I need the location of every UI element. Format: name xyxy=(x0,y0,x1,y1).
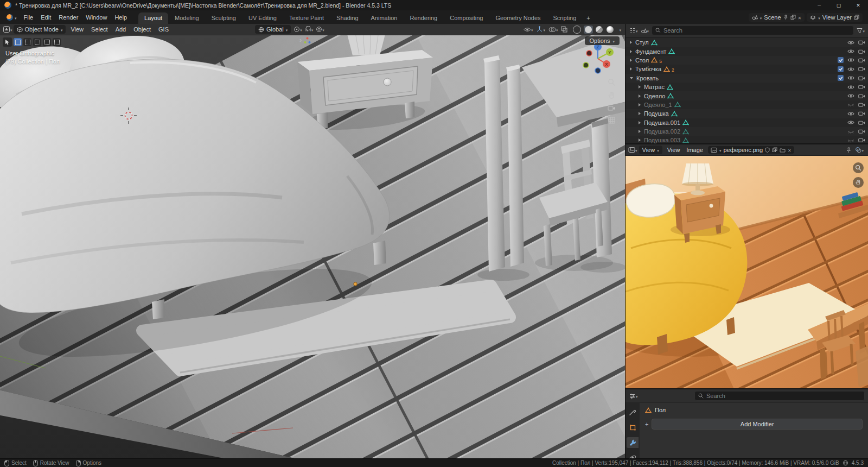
expand-arrow-icon[interactable] xyxy=(630,77,633,79)
workspace-tab-animation[interactable]: Animation xyxy=(365,12,404,24)
expand-arrow-icon[interactable] xyxy=(639,103,641,106)
image-menu-image[interactable]: Image xyxy=(683,146,706,154)
viewport-menu-view[interactable]: View xyxy=(67,25,87,34)
properties-tab-tool[interactable] xyxy=(627,407,639,418)
workspace-tab-texture-paint[interactable]: Texture Paint xyxy=(283,12,330,24)
editor-type-button[interactable] xyxy=(3,26,12,33)
scene-canvas[interactable] xyxy=(0,35,625,459)
image-mode-dropdown[interactable]: View xyxy=(639,146,662,154)
toggle-view-icon[interactable] xyxy=(608,116,616,124)
viewport-menu-object[interactable]: Object xyxy=(130,25,155,34)
outliner-row[interactable]: Подушка.001 xyxy=(626,118,868,127)
outliner-row[interactable]: Подушка xyxy=(626,109,868,118)
pan-hand-icon[interactable] xyxy=(853,177,864,188)
pin-icon[interactable] xyxy=(846,147,851,153)
active-tool-button[interactable] xyxy=(3,37,12,47)
expand-arrow-icon[interactable] xyxy=(639,138,641,142)
outliner-row[interactable]: Стол5 xyxy=(626,56,868,65)
disable-in-renders-toggle[interactable] xyxy=(858,102,865,108)
select-mode-new[interactable] xyxy=(14,38,22,46)
viewport-menu-add[interactable]: Add xyxy=(112,25,130,34)
zoom-icon[interactable] xyxy=(853,162,864,173)
hide-in-viewport-toggle[interactable] xyxy=(847,137,854,143)
viewport-menu-select[interactable]: Select xyxy=(87,25,112,34)
expand-arrow-icon[interactable] xyxy=(639,112,641,115)
add-workspace-button[interactable]: + xyxy=(583,12,593,24)
select-mode-intersect[interactable] xyxy=(53,38,61,46)
view-layer-selector[interactable]: View Layer xyxy=(807,13,863,22)
3d-viewport[interactable]: Object Mode ViewSelectAddObjectGIS Globa… xyxy=(0,24,626,459)
disable-in-renders-toggle[interactable] xyxy=(858,49,865,54)
unlink-icon[interactable] xyxy=(798,14,802,21)
hide-in-viewport-toggle[interactable] xyxy=(847,48,854,54)
expand-arrow-icon[interactable] xyxy=(299,36,302,44)
copy-icon[interactable] xyxy=(790,15,796,20)
expand-arrow-icon[interactable] xyxy=(639,85,641,89)
hide-in-viewport-toggle[interactable] xyxy=(847,84,854,90)
xray-toggle[interactable] xyxy=(561,26,567,33)
shading-rendered-icon[interactable] xyxy=(605,26,615,34)
shading-material-icon[interactable] xyxy=(595,26,604,34)
shading-wireframe-icon[interactable] xyxy=(572,25,582,34)
properties-tab-object[interactable] xyxy=(627,422,639,433)
outliner-editor-button[interactable] xyxy=(629,27,638,34)
camera-icon[interactable] xyxy=(608,104,616,111)
expand-arrow-icon[interactable] xyxy=(639,94,641,98)
app-menu-button[interactable] xyxy=(3,13,20,22)
hand-icon[interactable] xyxy=(608,91,616,99)
outliner-row[interactable]: Подушка.002 xyxy=(626,127,868,136)
expand-arrow-icon[interactable] xyxy=(630,67,632,71)
mode-dropdown[interactable]: Object Mode xyxy=(14,25,66,34)
disable-in-renders-toggle[interactable] xyxy=(858,75,865,81)
expand-arrow-icon[interactable] xyxy=(630,41,632,44)
hide-in-viewport-toggle[interactable] xyxy=(847,119,854,125)
shading-solid-icon[interactable] xyxy=(584,26,593,34)
viewport-menu-gis[interactable]: GIS xyxy=(155,25,173,34)
orientation-dropdown[interactable]: Global xyxy=(255,25,291,34)
workspace-tab-geometry-nodes[interactable]: Geometry Nodes xyxy=(489,12,546,24)
disable-in-renders-toggle[interactable] xyxy=(858,129,865,134)
workspace-tab-layout[interactable]: Layout xyxy=(138,12,168,24)
hide-in-viewport-toggle[interactable] xyxy=(847,75,854,81)
overlays-dropdown[interactable] xyxy=(548,26,558,33)
axis-neg-z[interactable] xyxy=(595,68,601,73)
workspace-tab-scripting[interactable]: Scripting xyxy=(547,12,583,24)
menu-help[interactable]: Help xyxy=(111,13,131,22)
workspace-tab-rendering[interactable]: Rendering xyxy=(404,12,443,24)
expand-arrow-icon[interactable] xyxy=(639,121,641,124)
image-canvas[interactable] xyxy=(626,156,868,388)
properties-tab-modifiers[interactable] xyxy=(627,437,639,448)
display-mode-button[interactable] xyxy=(641,27,649,34)
axis-neg-y[interactable] xyxy=(583,62,589,68)
outliner-row[interactable]: Тумбочка2 xyxy=(626,65,868,73)
gizmos-dropdown[interactable] xyxy=(536,26,545,33)
add-modifier-button[interactable]: Add Modifier xyxy=(652,419,863,430)
pin-icon[interactable] xyxy=(783,15,788,20)
image-editor-type-button[interactable] xyxy=(628,147,637,153)
axis-neg-x[interactable] xyxy=(586,51,592,56)
object-visibility-dropdown[interactable] xyxy=(524,26,533,33)
open-folder-icon[interactable] xyxy=(780,148,786,153)
scene-selector[interactable]: Scene xyxy=(749,13,805,22)
snap-toggle[interactable] xyxy=(305,26,314,33)
image-datablock-selector[interactable]: референс.png xyxy=(708,146,794,154)
filter-button[interactable] xyxy=(857,27,865,34)
disable-in-renders-toggle[interactable] xyxy=(858,93,865,99)
navigation-gizmo[interactable]: Z Y X xyxy=(582,40,616,75)
copy-icon[interactable] xyxy=(772,147,777,153)
menu-file[interactable]: File xyxy=(20,13,37,22)
selectable-checkbox[interactable] xyxy=(838,66,844,72)
zoom-icon[interactable] xyxy=(608,78,616,86)
pivot-point-button[interactable] xyxy=(293,26,302,33)
expand-arrow-icon[interactable] xyxy=(639,130,641,133)
maximize-button[interactable] xyxy=(829,0,848,10)
expand-arrow-icon[interactable] xyxy=(630,50,632,53)
minimize-button[interactable] xyxy=(809,0,829,10)
menu-render[interactable]: Render xyxy=(55,13,82,22)
outliner-row[interactable]: Одеяло_1 xyxy=(626,100,868,109)
selectable-checkbox[interactable] xyxy=(838,57,844,63)
expand-arrow-icon[interactable] xyxy=(630,59,632,62)
disable-in-renders-toggle[interactable] xyxy=(858,111,865,116)
menu-window[interactable]: Window xyxy=(82,13,111,22)
outliner-row[interactable]: Стул xyxy=(626,38,868,47)
